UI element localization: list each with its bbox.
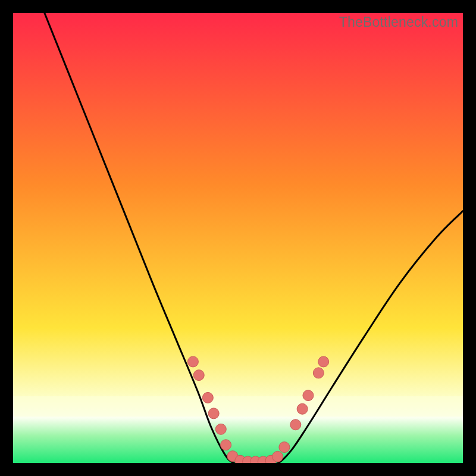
data-dot <box>297 403 308 414</box>
data-dot <box>187 356 198 367</box>
pale-band <box>13 396 463 416</box>
data-dot <box>290 419 301 430</box>
data-dot <box>279 442 290 453</box>
data-dot <box>221 440 231 450</box>
data-dot <box>318 356 329 367</box>
chart-frame: TheBottleneck.com <box>0 0 476 476</box>
data-dot <box>313 368 324 378</box>
data-dot <box>215 424 226 434</box>
data-dot <box>193 370 204 381</box>
chart-svg <box>13 13 463 463</box>
data-dot <box>202 392 213 403</box>
data-dot <box>208 408 219 419</box>
plot-area <box>13 13 463 463</box>
watermark-text: TheBottleneck.com <box>339 14 458 30</box>
data-dot <box>273 451 283 462</box>
gradient-background <box>13 13 463 463</box>
data-dot <box>303 390 314 401</box>
